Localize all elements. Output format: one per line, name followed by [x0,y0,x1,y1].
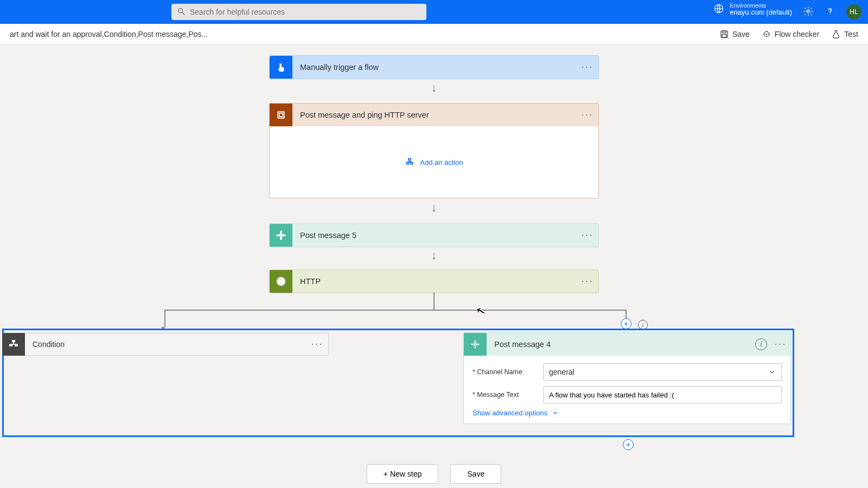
svg-rect-16 [280,236,282,240]
app-header: Environments enayu.com (default) HL [0,0,868,24]
svg-rect-6 [723,31,726,33]
more-icon[interactable]: ··· [771,340,790,349]
message-text-field[interactable] [543,386,782,403]
svg-rect-10 [279,113,283,117]
arrow-down-icon: ↓ [431,248,437,262]
scope-title: Post message and ping HTTP server [292,111,577,119]
settings-icon[interactable] [803,6,814,18]
arrow-down-icon: ↓ [431,81,437,95]
post-message-5-step[interactable]: Post message 5 ··· [269,223,599,247]
branch-connector [164,310,627,311]
breadcrumb: art and wait for an approval,Condition,P… [10,30,208,38]
svg-rect-13 [411,163,413,164]
save-button[interactable]: Save [719,29,750,39]
environment-label: Environments [730,2,792,9]
branch-connector [433,292,435,310]
add-branch-icon[interactable]: + [621,318,631,329]
environment-icon [713,3,724,16]
svg-rect-7 [722,34,726,37]
more-icon[interactable]: ··· [577,270,598,293]
http-step[interactable]: HTTP ··· [269,269,599,293]
scope-icon [270,104,292,126]
post-message-4-title: Post message 4 [487,340,751,349]
new-step-button[interactable]: + New step [367,464,438,484]
svg-point-3 [807,10,810,12]
slack-icon [270,224,292,247]
trigger-step[interactable]: Manually trigger a flow ··· [269,55,599,79]
more-icon[interactable]: ··· [577,224,598,247]
message-text-label: Message Text [473,391,543,399]
test-button[interactable]: Test [831,29,858,39]
http-title: HTTP [292,270,577,293]
avatar[interactable]: HL [846,4,861,20]
svg-rect-12 [406,163,409,164]
slack-icon [464,333,487,356]
svg-point-0 [178,8,183,12]
message-text-input[interactable] [549,391,776,399]
arrow-down-icon: ↓ [431,201,437,215]
search-icon [177,7,186,17]
touch-icon [270,56,292,79]
svg-line-1 [182,12,184,15]
add-step-icon[interactable]: + [623,439,634,450]
command-bar: art and wait for an approval,Condition,P… [0,24,868,44]
svg-rect-22 [475,341,476,344]
svg-rect-25 [476,344,480,345]
scope-step[interactable]: Post message and ping HTTP server ··· Ad… [269,103,599,198]
svg-rect-23 [471,344,475,345]
svg-rect-20 [10,344,12,346]
environment-name: enayu.com (default) [730,9,792,16]
flow-canvas: Manually trigger a flow ··· ↓ Post messa… [0,44,868,488]
more-icon[interactable]: ··· [307,340,328,349]
add-action-button[interactable]: Add an action [405,157,463,167]
condition-step[interactable]: Condition ··· [2,333,329,356]
more-icon[interactable]: ··· [577,56,598,79]
svg-rect-24 [475,345,476,349]
svg-rect-19 [12,341,15,342]
flow-checker-button[interactable]: Flow checker [762,29,819,39]
trigger-title: Manually trigger a flow [292,56,577,79]
help-icon[interactable] [825,6,835,18]
avatar-initials: HL [850,8,858,16]
info-icon[interactable]: i [751,338,771,350]
more-icon[interactable]: ··· [577,111,598,119]
channel-name-value: general [549,368,575,376]
mouse-cursor: ↖ [475,303,487,318]
svg-rect-17 [282,235,285,236]
channel-name-label: Channel Name [473,368,543,376]
svg-rect-14 [280,231,282,235]
svg-rect-21 [15,344,18,346]
branch-icon [2,333,25,356]
search-input[interactable] [190,8,421,16]
post-message-5-title: Post message 5 [292,224,577,247]
svg-rect-15 [277,235,280,236]
save-flow-button[interactable]: Save [450,464,501,484]
global-search[interactable] [171,4,426,20]
condition-title: Condition [25,340,307,349]
post-message-4-step[interactable]: Post message 4 i ··· Channel Name genera… [463,332,791,424]
channel-name-select[interactable]: general [543,363,782,381]
show-advanced-options[interactable]: Show advanced options [473,409,782,417]
svg-point-4 [829,14,831,15]
globe-icon [270,270,292,293]
branch-connector [164,310,165,327]
environment-picker[interactable]: Environments enayu.com (default) [713,2,792,16]
svg-rect-11 [409,158,411,160]
